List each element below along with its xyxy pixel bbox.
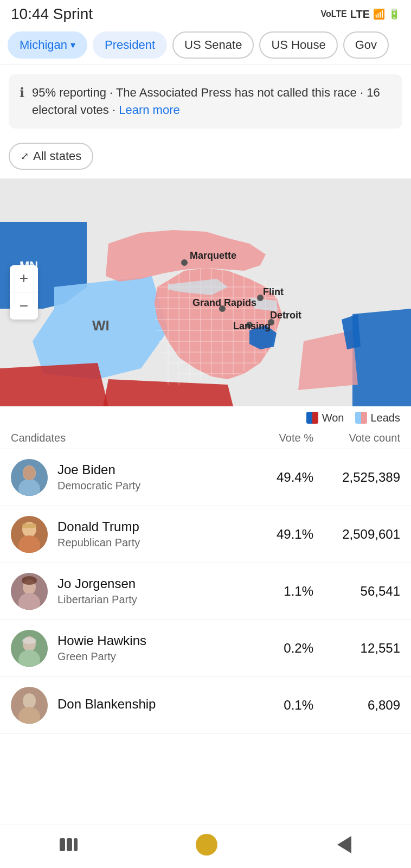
- table-row: Howie Hawkins Green Party 0.2% 12,551: [0, 620, 411, 677]
- col-vote-count-header: Vote count: [313, 432, 400, 444]
- table-row: Don Blankenship 0.1% 6,809: [0, 677, 411, 734]
- table-row: Jo Jorgensen Libertarian Party 1.1% 56,5…: [0, 563, 411, 620]
- svg-text:Flint: Flint: [263, 286, 284, 297]
- signal-icon: 📶: [373, 8, 385, 20]
- candidate-info: Don Blankenship: [57, 697, 248, 714]
- avatar: [11, 630, 48, 667]
- won-color-box: [306, 412, 318, 424]
- svg-point-36: [23, 466, 35, 480]
- svg-rect-54: [74, 838, 78, 851]
- home-button[interactable]: [195, 833, 219, 861]
- svg-point-55: [196, 834, 217, 856]
- all-states-button[interactable]: ⤢ All states: [9, 143, 93, 170]
- zoom-in-button[interactable]: +: [10, 265, 38, 292]
- svg-rect-52: [60, 838, 65, 851]
- svg-text:Marquette: Marquette: [190, 250, 236, 261]
- svg-text:WI: WI: [92, 317, 110, 334]
- tab-michigan[interactable]: Michigan ▾: [8, 31, 87, 59]
- menu-button[interactable]: [59, 837, 78, 857]
- expand-icon: ⤢: [21, 150, 29, 162]
- bottom-nav: [0, 825, 411, 868]
- candidate-info: Howie Hawkins Green Party: [57, 633, 248, 663]
- legend-leads: Leads: [355, 412, 401, 424]
- legend-won: Won: [306, 412, 344, 424]
- map-svg: Marquette Grand Rapids Flint Detroit Lan…: [0, 178, 411, 406]
- svg-rect-53: [67, 838, 72, 851]
- table-row: Donald Trump Republican Party 49.1% 2,50…: [0, 506, 411, 563]
- tab-bar: Michigan ▾ President US Senate US House …: [0, 26, 411, 65]
- lte-icon: LTE: [350, 8, 370, 21]
- map-zoom-controls: + −: [10, 265, 38, 320]
- svg-marker-56: [337, 836, 351, 853]
- table-row: Joe Biden Democratic Party 49.4% 2,525,3…: [0, 449, 411, 506]
- election-map[interactable]: Marquette Grand Rapids Flint Detroit Lan…: [0, 178, 411, 406]
- map-legend: Won Leads: [0, 406, 411, 426]
- status-icons: VoLTE LTE 📶 🔋: [320, 8, 400, 21]
- info-icon: ℹ: [20, 85, 24, 100]
- avatar: [11, 573, 48, 610]
- status-time: 10:44 Sprint: [11, 5, 93, 23]
- svg-rect-40: [22, 524, 36, 528]
- tab-gov[interactable]: Gov: [343, 31, 389, 59]
- candidate-info: Jo Jorgensen Libertarian Party: [57, 576, 248, 606]
- info-text: 95% reporting · The Associated Press has…: [32, 84, 391, 119]
- learn-more-link[interactable]: Learn more: [119, 103, 180, 117]
- info-banner: ℹ 95% reporting · The Associated Press h…: [9, 74, 402, 129]
- candidate-info: Donald Trump Republican Party: [57, 519, 248, 549]
- svg-point-48: [22, 637, 36, 644]
- col-candidates-header: Candidates: [11, 432, 248, 444]
- candidates-list: Joe Biden Democratic Party 49.4% 2,525,3…: [0, 449, 411, 734]
- chevron-down-icon: ▾: [70, 39, 75, 51]
- tab-us-house[interactable]: US House: [259, 31, 337, 59]
- svg-text:Grand Rapids: Grand Rapids: [192, 297, 256, 308]
- candidate-info: Joe Biden Democratic Party: [57, 462, 248, 492]
- tab-us-senate[interactable]: US Senate: [172, 31, 254, 59]
- col-vote-pct-header: Vote %: [248, 432, 313, 444]
- svg-text:Detroit: Detroit: [270, 310, 301, 321]
- status-bar: 10:44 Sprint VoLTE LTE 📶 🔋: [0, 0, 411, 26]
- svg-text:Lansing: Lansing: [233, 321, 271, 331]
- svg-point-21: [181, 259, 188, 266]
- avatar: [11, 459, 48, 496]
- volte-icon: VoLTE: [320, 9, 346, 19]
- table-header: Candidates Vote % Vote count: [0, 426, 411, 449]
- zoom-out-button[interactable]: −: [10, 292, 38, 320]
- leads-color-box: [355, 412, 367, 424]
- tab-president[interactable]: President: [93, 31, 167, 59]
- avatar: [11, 687, 48, 724]
- svg-point-44: [22, 576, 37, 585]
- svg-point-50: [23, 693, 36, 709]
- back-button[interactable]: [335, 835, 352, 859]
- battery-icon: 🔋: [388, 8, 400, 20]
- avatar: [11, 516, 48, 553]
